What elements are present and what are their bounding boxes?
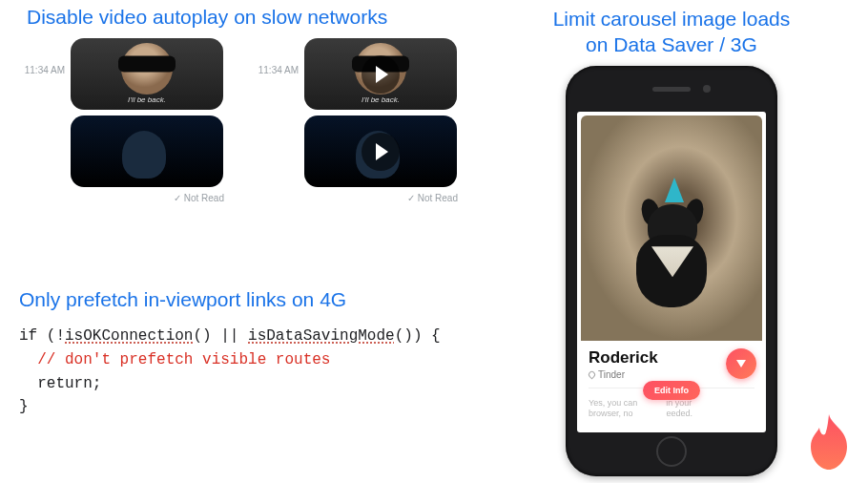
video-bubble-paused-2[interactable] <box>304 116 457 187</box>
read-status: ✓Not Read <box>257 193 462 203</box>
edit-info-button[interactable]: Edit Info <box>643 381 700 400</box>
tinder-flame-icon <box>805 414 853 470</box>
profile-name: Roderick <box>589 348 754 368</box>
section-carousel-limit: Limit carousel image loads on Data Saver… <box>500 6 843 476</box>
chat-col-playing: 11:34 AM I'll be back. ✓Not Read <box>23 38 228 203</box>
video-caption: I'll be back. <box>304 95 457 104</box>
section-video-autoplay: Disable video autoplay on slow networks … <box>19 6 486 203</box>
timestamp: 11:34 AM <box>257 65 299 75</box>
message-row: 11:34 AM I'll be back. <box>23 38 228 187</box>
heading-prefetch: Only prefetch in-viewport links on 4G <box>19 288 486 311</box>
phone-screen: Roderick Tinder Yes, you can in your bro… <box>577 112 766 432</box>
phone-home-button[interactable] <box>656 436 687 467</box>
read-status: ✓Not Read <box>23 193 228 203</box>
play-icon[interactable] <box>362 133 400 171</box>
check-icon: ✓ <box>174 193 181 203</box>
profile-photo[interactable] <box>581 116 762 341</box>
bubble-stack: I'll be back. <box>304 38 457 187</box>
heading-carousel: Limit carousel image loads on Data Saver… <box>500 6 843 58</box>
chat-demo: 11:34 AM I'll be back. ✓Not Read 11:34 A… <box>23 38 486 203</box>
video-bubble-playing-2 <box>71 116 223 187</box>
bubble-stack: I'll be back. <box>71 38 223 187</box>
heading-autoplay: Disable video autoplay on slow networks <box>27 6 486 29</box>
timestamp: 11:34 AM <box>23 65 65 75</box>
check-icon: ✓ <box>407 193 415 203</box>
video-bubble-paused-1[interactable]: I'll be back. <box>304 38 457 110</box>
profile-prompt-text: Yes, you can in your browser, no eeded. <box>577 398 766 420</box>
profile-subtitle: Tinder <box>589 369 754 380</box>
code-comment: // don't prefetch visible routes <box>19 351 330 368</box>
chat-col-paused: 11:34 AM I'll be back. ✓Not Read <box>257 38 462 203</box>
video-caption: I'll be back. <box>71 95 223 104</box>
phone-speaker <box>652 87 691 92</box>
phone-camera <box>703 85 711 93</box>
dog-image <box>619 193 724 307</box>
video-bubble-playing-1: I'll be back. <box>71 38 223 110</box>
section-prefetch: Only prefetch in-viewport links on 4G if… <box>19 288 486 419</box>
location-pin-icon <box>588 370 597 380</box>
phone-device-frame: Roderick Tinder Yes, you can in your bro… <box>566 66 777 476</box>
code-block: if (!isOKConnection() || isDataSavingMod… <box>19 325 486 419</box>
message-row: 11:34 AM I'll be back. <box>257 38 462 187</box>
play-icon[interactable] <box>362 55 400 94</box>
